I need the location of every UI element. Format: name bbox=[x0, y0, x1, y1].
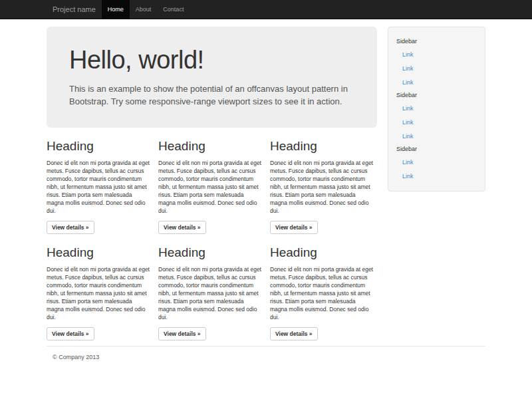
feature-card: Heading Donec id elit non mi porta gravi… bbox=[158, 234, 259, 340]
sidebar-group-heading: Sidebar bbox=[396, 35, 477, 47]
card-heading: Heading bbox=[158, 139, 259, 154]
sidebar-group-heading: Sidebar bbox=[396, 143, 477, 155]
card-body: Donec id elit non mi porta gravida at eg… bbox=[47, 159, 150, 215]
sidebar-link[interactable]: Link bbox=[396, 155, 477, 169]
card-heading: Heading bbox=[47, 139, 148, 154]
card-body: Donec id elit non mi porta gravida at eg… bbox=[158, 265, 262, 321]
nav-item-about[interactable]: About bbox=[130, 0, 158, 19]
feature-row-2: Heading Donec id elit non mi porta gravi… bbox=[47, 234, 377, 340]
content-row: Hello, world! This is an example to show… bbox=[47, 19, 485, 340]
copyright-text: © Company 2013 bbox=[47, 354, 485, 360]
card-heading: Heading bbox=[270, 245, 371, 260]
sidebar-well: Sidebar Link Link Link Sidebar Link Link… bbox=[388, 27, 485, 192]
nav-item-contact[interactable]: Contact bbox=[157, 0, 190, 19]
footer-divider bbox=[47, 346, 485, 346]
sidebar-link[interactable]: Link bbox=[396, 169, 477, 183]
page-title: Hello, world! bbox=[69, 47, 354, 74]
navbar-brand[interactable]: Project name bbox=[47, 0, 102, 19]
jumbotron-lead: This is an example to show the potential… bbox=[69, 82, 354, 108]
card-body: Donec id elit non mi porta gravida at eg… bbox=[47, 265, 150, 321]
sidebar-link[interactable]: Link bbox=[396, 61, 477, 75]
view-details-button[interactable]: View details » bbox=[47, 221, 94, 234]
sidebar-link[interactable]: Link bbox=[396, 101, 477, 115]
card-body: Donec id elit non mi porta gravida at eg… bbox=[270, 265, 374, 321]
view-details-button[interactable]: View details » bbox=[158, 327, 206, 340]
feature-card: Heading Donec id elit non mi porta gravi… bbox=[270, 234, 371, 340]
card-heading: Heading bbox=[158, 245, 259, 260]
view-details-button[interactable]: View details » bbox=[270, 221, 318, 234]
feature-card: Heading Donec id elit non mi porta gravi… bbox=[47, 234, 148, 340]
feature-card: Heading Donec id elit non mi porta gravi… bbox=[270, 128, 371, 234]
nav-item-home[interactable]: Home bbox=[102, 0, 130, 19]
feature-card: Heading Donec id elit non mi porta gravi… bbox=[47, 128, 148, 234]
feature-row-1: Heading Donec id elit non mi porta gravi… bbox=[47, 128, 377, 234]
card-body: Donec id elit non mi porta gravida at eg… bbox=[158, 159, 262, 215]
sidebar-link[interactable]: Link bbox=[396, 47, 477, 61]
sidebar-link[interactable]: Link bbox=[396, 75, 477, 89]
sidebar-link[interactable]: Link bbox=[396, 129, 477, 143]
footer: © Company 2013 bbox=[47, 354, 485, 360]
view-details-button[interactable]: View details » bbox=[270, 327, 318, 340]
sidebar-nav: Sidebar Link Link Link Sidebar Link Link… bbox=[396, 35, 477, 183]
view-details-button[interactable]: View details » bbox=[47, 327, 94, 340]
feature-card: Heading Donec id elit non mi porta gravi… bbox=[158, 128, 259, 234]
sidebar-column: Sidebar Link Link Link Sidebar Link Link… bbox=[388, 19, 485, 192]
view-details-button[interactable]: View details » bbox=[158, 221, 206, 234]
main-column: Hello, world! This is an example to show… bbox=[47, 19, 377, 340]
sidebar-link[interactable]: Link bbox=[396, 115, 477, 129]
card-heading: Heading bbox=[47, 245, 148, 260]
page-container: Hello, world! This is an example to show… bbox=[47, 19, 485, 360]
navbar: Project name Home About Contact bbox=[0, 0, 532, 19]
card-body: Donec id elit non mi porta gravida at eg… bbox=[270, 159, 374, 215]
navbar-inner: Project name Home About Contact bbox=[47, 0, 485, 19]
sidebar-group-heading: Sidebar bbox=[396, 89, 477, 101]
jumbotron: Hello, world! This is an example to show… bbox=[47, 27, 377, 128]
card-heading: Heading bbox=[270, 139, 371, 154]
